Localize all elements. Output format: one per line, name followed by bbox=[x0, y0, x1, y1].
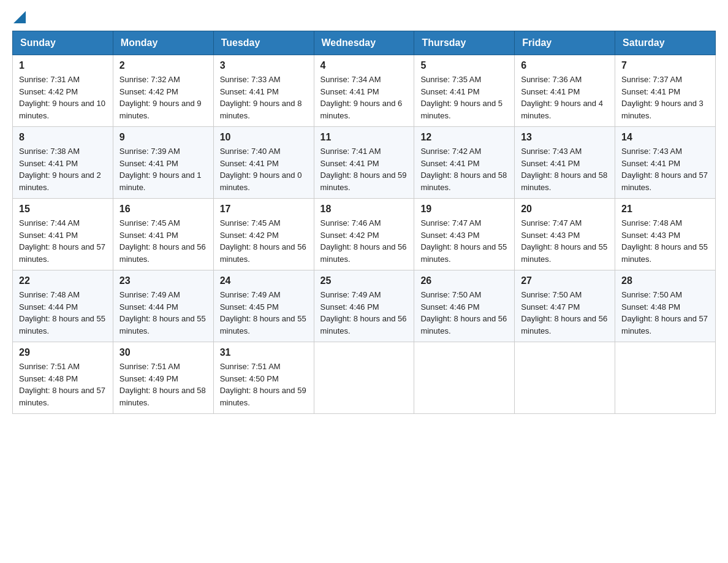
day-info: Sunrise: 7:32 AMSunset: 4:42 PMDaylight:… bbox=[119, 75, 202, 120]
calendar-cell: 10 Sunrise: 7:40 AMSunset: 4:41 PMDaylig… bbox=[213, 127, 314, 199]
day-info: Sunrise: 7:50 AMSunset: 4:46 PMDaylight:… bbox=[420, 290, 507, 335]
day-info: Sunrise: 7:50 AMSunset: 4:48 PMDaylight:… bbox=[621, 290, 708, 335]
calendar-table: SundayMondayTuesdayWednesdayThursdayFrid… bbox=[12, 31, 716, 414]
calendar-header-row: SundayMondayTuesdayWednesdayThursdayFrid… bbox=[13, 31, 716, 55]
calendar-cell: 20 Sunrise: 7:47 AMSunset: 4:43 PMDaylig… bbox=[515, 199, 615, 270]
day-info: Sunrise: 7:43 AMSunset: 4:41 PMDaylight:… bbox=[621, 147, 708, 192]
calendar-cell: 26 Sunrise: 7:50 AMSunset: 4:46 PMDaylig… bbox=[414, 270, 515, 342]
day-number: 22 bbox=[19, 275, 107, 286]
day-info: Sunrise: 7:33 AMSunset: 4:41 PMDaylight:… bbox=[220, 75, 302, 120]
calendar-cell bbox=[414, 342, 515, 414]
day-number: 8 bbox=[19, 132, 107, 143]
calendar-cell: 22 Sunrise: 7:48 AMSunset: 4:44 PMDaylig… bbox=[13, 270, 113, 342]
day-number: 12 bbox=[420, 132, 508, 143]
day-info: Sunrise: 7:48 AMSunset: 4:44 PMDaylight:… bbox=[19, 290, 105, 335]
calendar-cell: 9 Sunrise: 7:39 AMSunset: 4:41 PMDayligh… bbox=[113, 127, 213, 199]
day-number: 21 bbox=[621, 204, 709, 215]
day-number: 17 bbox=[220, 204, 308, 215]
day-number: 6 bbox=[521, 60, 609, 71]
column-header-friday: Friday bbox=[515, 31, 615, 55]
day-info: Sunrise: 7:42 AMSunset: 4:41 PMDaylight:… bbox=[420, 147, 507, 192]
calendar-cell: 21 Sunrise: 7:48 AMSunset: 4:43 PMDaylig… bbox=[615, 199, 716, 270]
day-number: 27 bbox=[521, 275, 609, 286]
day-number: 14 bbox=[621, 132, 709, 143]
day-info: Sunrise: 7:49 AMSunset: 4:44 PMDaylight:… bbox=[119, 290, 206, 335]
calendar-week-row: 22 Sunrise: 7:48 AMSunset: 4:44 PMDaylig… bbox=[13, 270, 716, 342]
calendar-week-row: 1 Sunrise: 7:31 AMSunset: 4:42 PMDayligh… bbox=[13, 55, 716, 127]
day-info: Sunrise: 7:46 AMSunset: 4:42 PMDaylight:… bbox=[320, 218, 407, 264]
calendar-cell: 12 Sunrise: 7:42 AMSunset: 4:41 PMDaylig… bbox=[414, 127, 515, 199]
calendar-cell: 28 Sunrise: 7:50 AMSunset: 4:48 PMDaylig… bbox=[615, 270, 716, 342]
column-header-wednesday: Wednesday bbox=[314, 31, 414, 55]
calendar-cell: 17 Sunrise: 7:45 AMSunset: 4:42 PMDaylig… bbox=[213, 199, 314, 270]
day-number: 15 bbox=[19, 204, 107, 215]
day-number: 16 bbox=[119, 204, 207, 215]
day-info: Sunrise: 7:38 AMSunset: 4:41 PMDaylight:… bbox=[19, 147, 101, 192]
calendar-cell: 15 Sunrise: 7:44 AMSunset: 4:41 PMDaylig… bbox=[13, 199, 113, 270]
column-header-thursday: Thursday bbox=[414, 31, 515, 55]
day-info: Sunrise: 7:49 AMSunset: 4:45 PMDaylight:… bbox=[220, 290, 306, 335]
calendar-cell: 13 Sunrise: 7:43 AMSunset: 4:41 PMDaylig… bbox=[515, 127, 615, 199]
calendar-cell: 2 Sunrise: 7:32 AMSunset: 4:42 PMDayligh… bbox=[113, 55, 213, 127]
day-info: Sunrise: 7:44 AMSunset: 4:41 PMDaylight:… bbox=[19, 218, 105, 264]
page-header bbox=[12, 12, 716, 25]
calendar-cell: 30 Sunrise: 7:51 AMSunset: 4:49 PMDaylig… bbox=[113, 342, 213, 414]
day-number: 23 bbox=[119, 275, 207, 286]
day-number: 19 bbox=[420, 204, 508, 215]
calendar-cell: 25 Sunrise: 7:49 AMSunset: 4:46 PMDaylig… bbox=[314, 270, 414, 342]
calendar-cell: 3 Sunrise: 7:33 AMSunset: 4:41 PMDayligh… bbox=[213, 55, 314, 127]
day-info: Sunrise: 7:47 AMSunset: 4:43 PMDaylight:… bbox=[420, 218, 507, 264]
day-number: 7 bbox=[621, 60, 709, 71]
calendar-cell: 19 Sunrise: 7:47 AMSunset: 4:43 PMDaylig… bbox=[414, 199, 515, 270]
calendar-cell: 4 Sunrise: 7:34 AMSunset: 4:41 PMDayligh… bbox=[314, 55, 414, 127]
day-number: 5 bbox=[420, 60, 508, 71]
day-info: Sunrise: 7:41 AMSunset: 4:41 PMDaylight:… bbox=[320, 147, 407, 192]
calendar-week-row: 15 Sunrise: 7:44 AMSunset: 4:41 PMDaylig… bbox=[13, 199, 716, 270]
day-number: 11 bbox=[320, 132, 408, 143]
column-header-tuesday: Tuesday bbox=[213, 31, 314, 55]
day-number: 1 bbox=[19, 60, 107, 71]
day-number: 9 bbox=[119, 132, 207, 143]
day-info: Sunrise: 7:35 AMSunset: 4:41 PMDaylight:… bbox=[420, 75, 502, 120]
calendar-cell: 27 Sunrise: 7:50 AMSunset: 4:47 PMDaylig… bbox=[515, 270, 615, 342]
calendar-cell: 31 Sunrise: 7:51 AMSunset: 4:50 PMDaylig… bbox=[213, 342, 314, 414]
day-info: Sunrise: 7:47 AMSunset: 4:43 PMDaylight:… bbox=[521, 218, 607, 264]
day-number: 28 bbox=[621, 275, 709, 286]
calendar-cell bbox=[615, 342, 716, 414]
day-number: 4 bbox=[320, 60, 408, 71]
calendar-week-row: 8 Sunrise: 7:38 AMSunset: 4:41 PMDayligh… bbox=[13, 127, 716, 199]
calendar-cell: 29 Sunrise: 7:51 AMSunset: 4:48 PMDaylig… bbox=[13, 342, 113, 414]
day-info: Sunrise: 7:31 AMSunset: 4:42 PMDaylight:… bbox=[19, 75, 105, 120]
day-info: Sunrise: 7:39 AMSunset: 4:41 PMDaylight:… bbox=[119, 147, 202, 192]
calendar-cell: 5 Sunrise: 7:35 AMSunset: 4:41 PMDayligh… bbox=[414, 55, 515, 127]
calendar-cell: 18 Sunrise: 7:46 AMSunset: 4:42 PMDaylig… bbox=[314, 199, 414, 270]
day-number: 30 bbox=[119, 347, 207, 358]
calendar-cell: 14 Sunrise: 7:43 AMSunset: 4:41 PMDaylig… bbox=[615, 127, 716, 199]
day-info: Sunrise: 7:51 AMSunset: 4:49 PMDaylight:… bbox=[119, 362, 206, 407]
day-info: Sunrise: 7:48 AMSunset: 4:43 PMDaylight:… bbox=[621, 218, 708, 264]
day-info: Sunrise: 7:43 AMSunset: 4:41 PMDaylight:… bbox=[521, 147, 607, 192]
column-header-sunday: Sunday bbox=[13, 31, 113, 55]
calendar-cell: 23 Sunrise: 7:49 AMSunset: 4:44 PMDaylig… bbox=[113, 270, 213, 342]
day-number: 25 bbox=[320, 275, 408, 286]
day-info: Sunrise: 7:37 AMSunset: 4:41 PMDaylight:… bbox=[621, 75, 703, 120]
day-number: 3 bbox=[220, 60, 308, 71]
day-number: 26 bbox=[420, 275, 508, 286]
calendar-cell: 24 Sunrise: 7:49 AMSunset: 4:45 PMDaylig… bbox=[213, 270, 314, 342]
day-number: 13 bbox=[521, 132, 609, 143]
calendar-cell bbox=[515, 342, 615, 414]
calendar-cell bbox=[314, 342, 414, 414]
day-info: Sunrise: 7:36 AMSunset: 4:41 PMDaylight:… bbox=[521, 75, 603, 120]
calendar-cell: 16 Sunrise: 7:45 AMSunset: 4:41 PMDaylig… bbox=[113, 199, 213, 270]
calendar-cell: 8 Sunrise: 7:38 AMSunset: 4:41 PMDayligh… bbox=[13, 127, 113, 199]
day-number: 29 bbox=[19, 347, 107, 358]
day-info: Sunrise: 7:45 AMSunset: 4:41 PMDaylight:… bbox=[119, 218, 206, 264]
calendar-cell: 1 Sunrise: 7:31 AMSunset: 4:42 PMDayligh… bbox=[13, 55, 113, 127]
calendar-week-row: 29 Sunrise: 7:51 AMSunset: 4:48 PMDaylig… bbox=[13, 342, 716, 414]
day-number: 31 bbox=[220, 347, 308, 358]
day-info: Sunrise: 7:51 AMSunset: 4:50 PMDaylight:… bbox=[220, 362, 306, 407]
day-number: 20 bbox=[521, 204, 609, 215]
day-info: Sunrise: 7:50 AMSunset: 4:47 PMDaylight:… bbox=[521, 290, 607, 335]
column-header-monday: Monday bbox=[113, 31, 213, 55]
day-info: Sunrise: 7:45 AMSunset: 4:42 PMDaylight:… bbox=[220, 218, 306, 264]
